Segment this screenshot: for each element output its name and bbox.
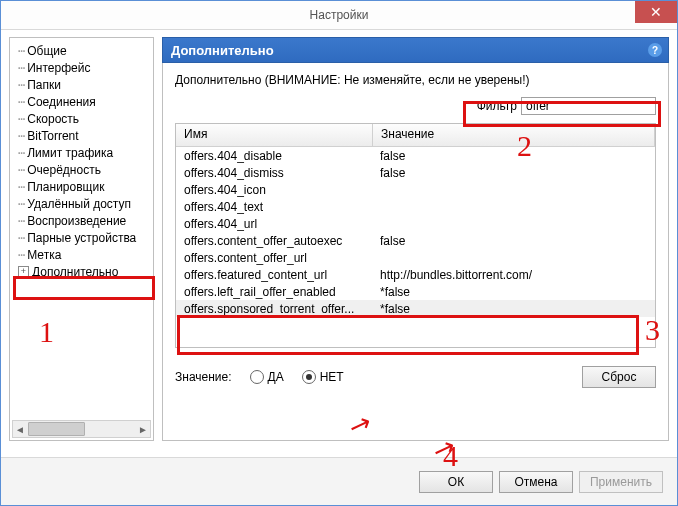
tree-connector-icon: ⋯	[18, 180, 25, 194]
tree-item[interactable]: ⋯Скорость	[14, 110, 153, 127]
warning-text: Дополнительно (ВНИМАНИЕ: Не изменяйте, е…	[175, 73, 656, 87]
advanced-panel: Дополнительно ? Дополнительно (ВНИМАНИЕ:…	[162, 37, 669, 441]
tree-scrollbar-horizontal[interactable]: ◄ ►	[12, 420, 151, 438]
settings-table: Имя Значение offers.404_disablefalseoffe…	[175, 123, 656, 348]
tree-connector-icon: ⋯	[18, 197, 25, 211]
setting-name: offers.404_text	[176, 200, 372, 214]
tree-item[interactable]: ⋯Интерфейс	[14, 59, 153, 76]
help-icon[interactable]: ?	[648, 43, 662, 57]
scroll-thumb[interactable]	[28, 422, 85, 436]
filter-label: Фильтр	[477, 99, 517, 113]
tree-item-label: Парные устройства	[27, 231, 136, 245]
setting-name: offers.content_offer_autoexec	[176, 234, 372, 248]
scroll-left-icon[interactable]: ◄	[13, 422, 27, 436]
section-title: Дополнительно	[171, 43, 274, 58]
setting-name: offers.404_dismiss	[176, 166, 372, 180]
expand-icon[interactable]: +	[18, 266, 29, 277]
value-yes-label: ДА	[268, 370, 284, 384]
setting-name: offers.sponsored_torrent_offer...	[176, 302, 372, 316]
close-icon: ✕	[650, 5, 662, 19]
tree-item-label: Скорость	[27, 112, 79, 126]
tree-item-label: Соединения	[27, 95, 96, 109]
tree-connector-icon: ⋯	[18, 44, 25, 58]
dialog-button-bar: ОК Отмена Применить	[1, 457, 677, 505]
value-yes-radio[interactable]: ДА	[250, 370, 284, 384]
table-row[interactable]: offers.content_offer_autoexecfalse	[176, 232, 655, 249]
tree-item[interactable]: ⋯Лимит трафика	[14, 144, 153, 161]
column-name-header[interactable]: Имя	[176, 124, 373, 146]
setting-value: *false	[372, 302, 655, 316]
window-title: Настройки	[310, 8, 369, 22]
setting-value: false	[372, 166, 655, 180]
table-row[interactable]: offers.sponsored_torrent_offer...*false	[176, 300, 655, 317]
table-row[interactable]: offers.404_disablefalse	[176, 147, 655, 164]
setting-value: false	[372, 234, 655, 248]
tree-connector-icon: ⋯	[18, 231, 25, 245]
settings-window: Настройки ✕ ⋯Общие⋯Интерфейс⋯Папки⋯Соеди…	[0, 0, 678, 506]
setting-name: offers.featured_content_url	[176, 268, 372, 282]
table-header: Имя Значение	[176, 124, 655, 147]
value-label: Значение:	[175, 370, 232, 384]
table-body: offers.404_disablefalseoffers.404_dismis…	[176, 147, 655, 317]
tree-item-label: Лимит трафика	[27, 146, 113, 160]
setting-name: offers.content_offer_url	[176, 251, 372, 265]
tree-connector-icon: ⋯	[18, 163, 25, 177]
value-no-radio[interactable]: НЕТ	[302, 370, 344, 384]
tree-connector-icon: ⋯	[18, 129, 25, 143]
setting-value: false	[372, 149, 655, 163]
setting-name: offers.left_rail_offer_enabled	[176, 285, 372, 299]
tree-item[interactable]: ⋯Соединения	[14, 93, 153, 110]
tree-connector-icon: ⋯	[18, 78, 25, 92]
tree-item-label: Общие	[27, 44, 66, 58]
apply-button: Применить	[579, 471, 663, 493]
tree-connector-icon: ⋯	[18, 214, 25, 228]
tree-item[interactable]: ⋯Папки	[14, 76, 153, 93]
tree-item[interactable]: ⋯Метка	[14, 246, 153, 263]
tree-item-advanced[interactable]: +Дополнительно	[14, 263, 153, 280]
table-row[interactable]: offers.content_offer_url	[176, 249, 655, 266]
setting-value: http://bundles.bittorrent.com/	[372, 268, 655, 282]
tree-item-label: BitTorrent	[27, 129, 78, 143]
section-header: Дополнительно ?	[162, 37, 669, 63]
tree-connector-icon: ⋯	[18, 146, 25, 160]
table-row[interactable]: offers.featured_content_urlhttp://bundle…	[176, 266, 655, 283]
value-editor-row: Значение: ДА НЕТ Сброс	[175, 366, 656, 388]
titlebar: Настройки ✕	[1, 1, 677, 30]
radio-icon	[250, 370, 264, 384]
tree-item-label: Папки	[27, 78, 61, 92]
table-row[interactable]: offers.404_text	[176, 198, 655, 215]
tree-item[interactable]: ⋯Планировщик	[14, 178, 153, 195]
section-body: Дополнительно (ВНИМАНИЕ: Не изменяйте, е…	[162, 63, 669, 441]
radio-icon	[302, 370, 316, 384]
table-row[interactable]: offers.404_dismissfalse	[176, 164, 655, 181]
cancel-button[interactable]: Отмена	[499, 471, 573, 493]
setting-name: offers.404_url	[176, 217, 372, 231]
filter-input[interactable]	[521, 97, 656, 115]
tree-item[interactable]: ⋯BitTorrent	[14, 127, 153, 144]
ok-button[interactable]: ОК	[419, 471, 493, 493]
table-row[interactable]: offers.404_icon	[176, 181, 655, 198]
content-area: ⋯Общие⋯Интерфейс⋯Папки⋯Соединения⋯Скорос…	[1, 29, 677, 449]
tree-item[interactable]: ⋯Общие	[14, 42, 153, 59]
tree-item-label: Метка	[27, 248, 61, 262]
tree-item[interactable]: ⋯Парные устройства	[14, 229, 153, 246]
table-row[interactable]: offers.left_rail_offer_enabled*false	[176, 283, 655, 300]
reset-button[interactable]: Сброс	[582, 366, 656, 388]
filter-row: Фильтр	[175, 97, 656, 115]
tree-item[interactable]: ⋯Очерёдность	[14, 161, 153, 178]
setting-name: offers.404_icon	[176, 183, 372, 197]
tree-item[interactable]: ⋯Удалённый доступ	[14, 195, 153, 212]
tree-item[interactable]: ⋯Воспроизведение	[14, 212, 153, 229]
category-tree-panel: ⋯Общие⋯Интерфейс⋯Папки⋯Соединения⋯Скорос…	[9, 37, 154, 441]
tree-item-label: Удалённый доступ	[27, 197, 131, 211]
tree-item-label: Очерёдность	[27, 163, 101, 177]
table-row[interactable]: offers.404_url	[176, 215, 655, 232]
scroll-right-icon[interactable]: ►	[136, 422, 150, 436]
tree-item-label: Интерфейс	[27, 61, 90, 75]
tree-item-label: Дополнительно	[32, 265, 118, 279]
value-no-label: НЕТ	[320, 370, 344, 384]
column-value-header[interactable]: Значение	[373, 124, 655, 146]
tree-connector-icon: ⋯	[18, 112, 25, 126]
tree-item-label: Воспроизведение	[27, 214, 126, 228]
close-button[interactable]: ✕	[635, 1, 677, 23]
